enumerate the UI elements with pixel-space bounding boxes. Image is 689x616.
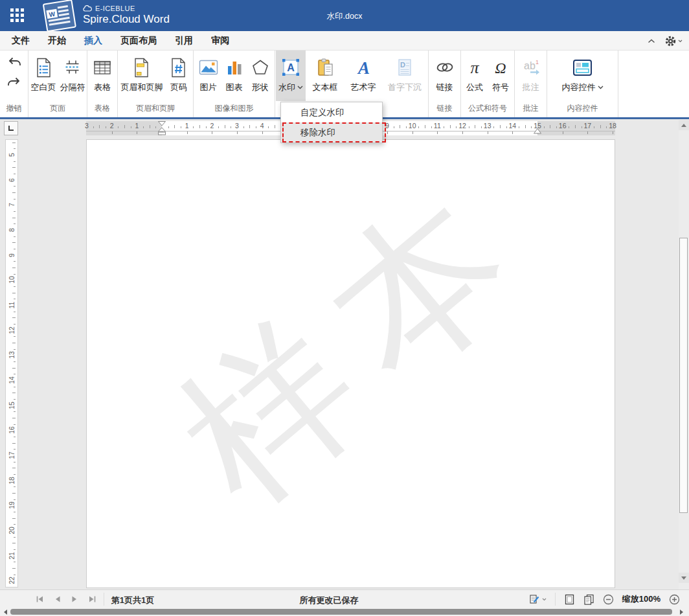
horizontal-scroll-thumb[interactable]: [10, 609, 672, 615]
ruler-number: 22: [8, 576, 16, 584]
ruler-tick: [14, 486, 16, 487]
ribbon-button-shapes[interactable]: 形状: [247, 51, 273, 101]
ribbon-button-blank-page[interactable]: 空白页: [28, 51, 58, 101]
ribbon-button-comment[interactable]: ab 1 批注: [517, 51, 545, 101]
last-page-button[interactable]: [88, 595, 96, 603]
document-page[interactable]: 样本: [86, 139, 615, 588]
tab-review[interactable]: 审阅: [211, 35, 229, 47]
ruler-tick: [450, 125, 451, 128]
ruler-number: 6: [8, 178, 16, 182]
ruler-tick: [462, 131, 463, 134]
ribbon-button-page-break[interactable]: 分隔符: [58, 51, 87, 101]
ruler-number: 2: [210, 122, 214, 130]
ribbon-button-dropcap[interactable]: D 首字下沉: [382, 51, 427, 101]
ruler-number: 13: [484, 122, 491, 130]
ruler-tick: [400, 125, 400, 128]
ribbon-button-textbox[interactable]: 文本框: [306, 51, 345, 101]
scroll-left-button[interactable]: [1, 608, 9, 615]
ribbon-button-label: 水印: [278, 82, 303, 93]
svg-text:A: A: [287, 62, 295, 73]
zoom-in-button[interactable]: [669, 594, 680, 605]
ruler-number: 20: [8, 527, 16, 534]
ribbon-button-picture[interactable]: 图片: [196, 51, 221, 101]
multi-page-icon: [583, 594, 594, 605]
ribbon-button-label: 链接: [436, 82, 453, 93]
next-page-button[interactable]: [71, 595, 78, 603]
tab-stop-selector[interactable]: [4, 121, 18, 135]
menu-item-custom-watermark[interactable]: 自定义水印: [281, 102, 382, 122]
ribbon-button-formula[interactable]: π 公式: [462, 51, 488, 101]
page-break-icon: [63, 55, 82, 80]
settings-gear-icon[interactable]: [664, 35, 683, 47]
ruler-tick: [12, 518, 16, 519]
vertical-scrollbar[interactable]: [679, 119, 689, 589]
ribbon-button-label: 符号: [492, 82, 509, 93]
tab-file[interactable]: 文件: [12, 35, 30, 47]
ribbon-button-chart[interactable]: 图表: [221, 51, 247, 101]
tab-page-layout[interactable]: 页面布局: [120, 35, 157, 47]
ruler-tick: [118, 126, 119, 128]
scroll-down-button[interactable]: [679, 573, 689, 583]
ruler-tick: [14, 387, 16, 387]
ruler-number: 8: [8, 228, 16, 232]
scroll-right-button[interactable]: [677, 608, 685, 615]
ribbon-button-label: 公式: [466, 82, 483, 93]
ruler-tick: [14, 174, 16, 174]
collapse-ribbon-chevron-up-icon[interactable]: [648, 39, 655, 43]
ribbon-group-table: 表格 表格: [87, 51, 118, 117]
svg-text:Ω: Ω: [495, 60, 506, 76]
zoom-out-button[interactable]: [603, 594, 614, 605]
ribbon-button-label: 批注: [523, 82, 539, 93]
editing-mode-button[interactable]: [529, 594, 547, 605]
ruler-tick: [531, 126, 532, 128]
undo-button[interactable]: [7, 56, 21, 68]
ribbon-group-content-controls: 内容控件 内容控件: [547, 51, 618, 117]
ruler-tick: [12, 368, 16, 369]
tab-insert[interactable]: 插入: [84, 35, 102, 47]
ruler-tick: [519, 126, 519, 128]
right-indent-marker[interactable]: [534, 128, 541, 134]
ribbon-button-table[interactable]: 表格: [88, 51, 117, 101]
tab-home[interactable]: 开始: [48, 35, 66, 47]
ribbon-group-undo: 撤销: [0, 51, 28, 117]
app-launcher-grid-icon[interactable]: [10, 8, 25, 23]
first-page-button[interactable]: [36, 595, 44, 603]
ribbon-button-label: 空白页: [31, 82, 56, 93]
ruler-number: 10: [409, 122, 416, 130]
ribbon-button-wordart[interactable]: A 艺术字: [345, 51, 382, 101]
dropcap-icon: D: [396, 55, 413, 80]
ribbon-button-header-footer[interactable]: 页眉和页脚: [119, 51, 165, 101]
blank-page-icon: [35, 55, 52, 80]
ruler-tick: [275, 125, 275, 128]
menu-item-label: 移除水印: [300, 127, 335, 139]
ribbon-button-symbol[interactable]: Ω 符号: [488, 51, 514, 101]
ruler-tick: [150, 125, 150, 128]
ruler-tick: [14, 199, 16, 200]
redo-button[interactable]: [7, 76, 21, 88]
ruler-tick: [106, 126, 106, 128]
ribbon-button-link[interactable]: 链接: [431, 51, 459, 101]
brand-top-label: E-ICEBLUE: [95, 5, 135, 12]
ruler-tick: [387, 131, 388, 134]
ruler-tick: [412, 131, 413, 134]
ruler-tick: [14, 261, 16, 262]
ribbon-button-watermark[interactable]: A 水印: [276, 51, 306, 101]
first-line-indent-marker[interactable]: [158, 121, 166, 126]
ruler-number: 3: [85, 122, 89, 130]
previous-page-button[interactable]: [54, 595, 61, 603]
vertical-scroll-thumb[interactable]: [679, 238, 688, 513]
scroll-up-button[interactable]: [679, 120, 689, 130]
menu-item-remove-watermark[interactable]: 移除水印: [281, 122, 382, 143]
ribbon-button-page-number[interactable]: 页码: [165, 51, 192, 101]
v-ruler[interactable]: 5678910111213141516171819202122: [5, 139, 18, 587]
ruler-tick: [587, 131, 588, 134]
hanging-indent-marker[interactable]: [158, 128, 166, 135]
single-page-view-button[interactable]: [564, 594, 575, 605]
horizontal-scrollbar[interactable]: [0, 608, 689, 616]
ruler-tick: [488, 131, 488, 134]
multi-page-view-button[interactable]: [583, 594, 594, 605]
ruler-tick: [249, 125, 250, 128]
ruler-tick: [131, 126, 131, 128]
ribbon-button-content-control[interactable]: 内容控件: [549, 51, 616, 101]
tab-references[interactable]: 引用: [175, 35, 193, 47]
